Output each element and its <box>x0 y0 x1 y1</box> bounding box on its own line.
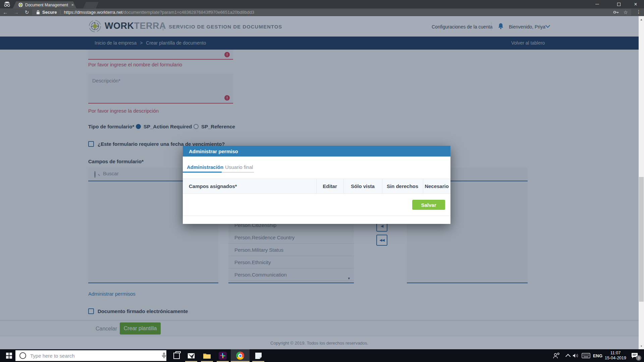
touch-keyboard-icon[interactable] <box>580 349 592 362</box>
notification-badge: 3 <box>636 355 641 361</box>
clock-time: 11:07 <box>605 351 626 356</box>
key-icon[interactable] <box>613 10 619 14</box>
notes-app-icon[interactable] <box>252 349 265 362</box>
page-viewport: WORKTERRA | SERVICIO DE GESTION DE DOCUM… <box>0 16 639 349</box>
col-header-edit: Editar <box>316 179 343 194</box>
manage-permission-modal: Administrar permiso Administración Usuar… <box>183 146 450 224</box>
scrollbar-up-icon[interactable]: ▲ <box>639 17 644 22</box>
col-header-required: Necesario <box>423 179 450 194</box>
omnibox-divider <box>60 10 60 14</box>
save-button[interactable]: Salvar <box>412 200 445 210</box>
mail-app-icon[interactable] <box>184 349 198 362</box>
forward-icon[interactable]: → <box>11 9 21 15</box>
window-restore-button[interactable] <box>612 0 626 8</box>
browser-menu-icon[interactable]: ⋮ <box>636 9 641 14</box>
url-path: /documenttemplate?param1=c48362876843ff9… <box>122 10 254 15</box>
tab-usuario-final[interactable]: Usuario final <box>225 164 253 170</box>
chrome-app-icon[interactable] <box>231 349 250 362</box>
modal-footer-divider <box>183 216 450 216</box>
clock-date: 15-04-2019 <box>605 356 626 361</box>
address-bar[interactable]: Secure https://dmsstage.workterra.net/do… <box>32 9 631 15</box>
cortana-icon <box>19 352 26 359</box>
page-scrollbar[interactable]: ▲ ▾ <box>639 16 644 349</box>
incognito-icon <box>3 1 11 7</box>
tab-favicon-icon <box>18 2 23 7</box>
inactive-tab-underline <box>222 172 254 173</box>
tab-title: Document Management <box>25 3 69 7</box>
task-view-button[interactable] <box>170 349 183 362</box>
url-domain: https://dmsstage.workterra.net <box>64 10 122 15</box>
modal-title: Administrar permiso <box>189 148 238 154</box>
active-tab-underline <box>183 172 222 173</box>
scrollbar-down-icon[interactable]: ▾ <box>639 343 644 349</box>
tab-close-icon[interactable]: × <box>71 3 74 7</box>
action-center-icon[interactable]: 3 <box>628 349 641 362</box>
taskbar-search-input[interactable] <box>30 353 142 359</box>
clock[interactable]: 11:0715-04-2019 <box>604 349 627 362</box>
tab-administracion[interactable]: Administración <box>187 164 223 170</box>
new-tab-button[interactable] <box>83 2 99 8</box>
screen: Document Management × × ← → ↻ Secure htt… <box>0 0 644 362</box>
tray-expand-chevron-icon[interactable] <box>564 349 572 362</box>
browser-tab[interactable]: Document Management × <box>13 1 76 8</box>
lock-icon <box>36 10 40 14</box>
start-button[interactable] <box>3 349 15 362</box>
refresh-icon[interactable]: ↻ <box>21 9 32 15</box>
scrollbar-thumb[interactable] <box>639 177 644 302</box>
slack-app-icon[interactable] <box>216 349 229 362</box>
secure-label: Secure <box>42 10 57 15</box>
bookmark-star-icon[interactable]: ☆ <box>624 9 628 15</box>
window-close-button[interactable]: × <box>629 0 642 8</box>
taskbar-search[interactable] <box>15 350 166 361</box>
modal-header: Administrar permiso <box>183 146 450 157</box>
volume-icon[interactable] <box>571 349 580 362</box>
file-explorer-icon[interactable] <box>200 349 214 362</box>
col-header-fields: Campos asignados* <box>183 179 316 194</box>
col-header-view: Sólo vista <box>343 179 382 194</box>
mic-icon[interactable] <box>162 353 166 359</box>
window-minimize-button[interactable] <box>590 0 604 8</box>
browser-urlbar: ← → ↻ Secure https://dmsstage.workterra.… <box>0 8 644 16</box>
taskbar: ENG 11:0715-04-2019 3 <box>0 349 644 362</box>
col-header-norights: Sin derechos <box>382 179 423 194</box>
language-indicator[interactable]: ENG <box>592 349 604 362</box>
browser-tabstrip: Document Management × × <box>0 0 644 8</box>
people-icon[interactable] <box>551 349 562 362</box>
back-icon[interactable]: ← <box>0 9 11 15</box>
